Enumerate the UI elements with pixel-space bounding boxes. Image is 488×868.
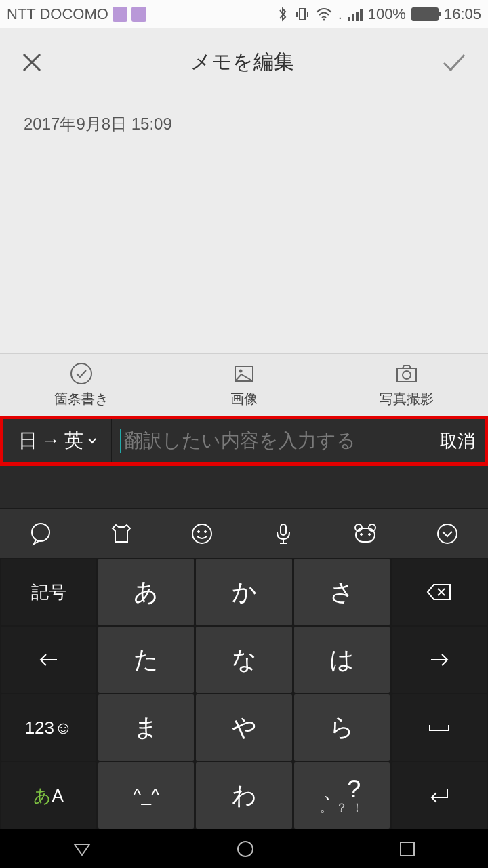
close-icon[interactable] bbox=[20, 51, 43, 74]
key-ka[interactable]: か bbox=[196, 559, 291, 625]
svg-point-18 bbox=[238, 842, 253, 856]
chat-icon[interactable] bbox=[28, 521, 53, 546]
key-mode[interactable]: あA bbox=[1, 762, 96, 829]
key-ta[interactable]: た bbox=[98, 627, 194, 693]
signal-dot: . bbox=[338, 7, 342, 22]
translate-placeholder: 翻訳したい内容を入力する bbox=[124, 428, 356, 454]
svg-point-10 bbox=[205, 530, 207, 532]
bear-icon[interactable] bbox=[352, 521, 379, 546]
svg-rect-14 bbox=[356, 528, 375, 542]
carrier-label: NTT DOCOMO bbox=[7, 5, 108, 23]
svg-point-16 bbox=[368, 533, 370, 535]
keyboard: 記号 あ か さ た な は 123☺ ま や ら あA ^_^ わ 、? 。 … bbox=[0, 558, 488, 829]
battery-pct: 100% bbox=[368, 5, 406, 23]
key-123[interactable]: 123☺ bbox=[1, 694, 96, 761]
svg-point-7 bbox=[32, 524, 49, 541]
cancel-button[interactable]: 取消 bbox=[430, 429, 485, 453]
key-left[interactable] bbox=[1, 627, 96, 693]
clock: 16:05 bbox=[444, 5, 481, 23]
nav-home-icon[interactable] bbox=[235, 839, 256, 859]
toolbar-bullets[interactable]: 箇条書き bbox=[0, 354, 163, 416]
svg-rect-19 bbox=[401, 842, 414, 856]
key-backspace[interactable] bbox=[392, 559, 487, 625]
toolbar-image[interactable]: 画像 bbox=[163, 354, 325, 416]
key-punct[interactable]: 、? 。 ？ ！ bbox=[294, 762, 390, 829]
sim-icon bbox=[113, 7, 127, 22]
svg-point-15 bbox=[360, 533, 362, 535]
key-ya[interactable]: や bbox=[196, 694, 291, 761]
key-space[interactable] bbox=[392, 694, 487, 761]
smiley-icon[interactable] bbox=[190, 521, 214, 546]
key-wa[interactable]: わ bbox=[196, 762, 291, 829]
page-title: メモを編集 bbox=[43, 48, 441, 76]
suggestion-strip bbox=[0, 466, 488, 508]
key-right[interactable] bbox=[392, 627, 487, 693]
wifi-icon bbox=[315, 7, 333, 22]
android-nav-bar bbox=[0, 829, 488, 868]
signal-icon bbox=[348, 7, 363, 21]
toolbar-camera[interactable]: 写真撮影 bbox=[325, 354, 488, 416]
key-symbols[interactable]: 記号 bbox=[1, 559, 96, 625]
key-kaomoji[interactable]: ^_^ bbox=[98, 762, 194, 829]
svg-point-4 bbox=[239, 370, 243, 373]
mic-icon[interactable] bbox=[271, 521, 296, 546]
svg-point-1 bbox=[323, 19, 325, 21]
memo-editor[interactable]: 2017年9月8日 15:09 bbox=[0, 96, 488, 353]
svg-point-17 bbox=[438, 524, 457, 543]
key-ra[interactable]: ら bbox=[294, 694, 390, 761]
collapse-icon[interactable] bbox=[435, 521, 460, 546]
chevron-down-icon bbox=[87, 437, 97, 444]
key-na[interactable]: な bbox=[196, 627, 291, 693]
toolbar-label: 画像 bbox=[230, 390, 258, 408]
tshirt-icon[interactable] bbox=[109, 521, 134, 546]
translate-input[interactable]: 翻訳したい内容を入力する bbox=[112, 419, 430, 462]
lang-from: 日 bbox=[18, 428, 37, 454]
arrow-icon: → bbox=[41, 430, 60, 452]
nav-back-icon[interactable] bbox=[72, 839, 92, 859]
svg-rect-0 bbox=[300, 9, 305, 20]
toolbar-label: 箇条書き bbox=[54, 390, 108, 408]
image-icon bbox=[232, 361, 256, 386]
key-a[interactable]: あ bbox=[98, 559, 194, 625]
check-circle-icon bbox=[69, 361, 94, 386]
translate-bar: 日 → 英 翻訳したい内容を入力する 取消 bbox=[0, 416, 488, 466]
key-ma[interactable]: ま bbox=[98, 694, 194, 761]
language-selector[interactable]: 日 → 英 bbox=[3, 419, 112, 462]
vibrate-icon bbox=[295, 7, 310, 22]
keyboard-icon-row bbox=[0, 508, 488, 558]
toolbar-label: 写真撮影 bbox=[380, 390, 434, 408]
svg-point-9 bbox=[198, 530, 200, 532]
key-enter[interactable] bbox=[392, 762, 487, 829]
svg-point-6 bbox=[403, 371, 411, 379]
status-bar: NTT DOCOMO . 100% 16:05 bbox=[0, 0, 488, 28]
key-sa[interactable]: さ bbox=[294, 559, 390, 625]
memo-toolbar: 箇条書き 画像 写真撮影 bbox=[0, 353, 488, 416]
svg-point-2 bbox=[71, 363, 92, 384]
key-ha[interactable]: は bbox=[294, 627, 390, 693]
app-header: メモを編集 bbox=[0, 28, 488, 96]
nav-recent-icon[interactable] bbox=[399, 840, 416, 858]
memo-timestamp: 2017年9月8日 15:09 bbox=[24, 113, 464, 135]
app-icon bbox=[131, 7, 146, 22]
camera-icon bbox=[394, 361, 419, 386]
lang-to: 英 bbox=[64, 428, 83, 454]
battery-icon bbox=[411, 7, 439, 21]
svg-point-8 bbox=[192, 524, 211, 543]
svg-rect-11 bbox=[281, 524, 286, 535]
bluetooth-icon bbox=[276, 6, 289, 22]
confirm-icon[interactable] bbox=[441, 51, 468, 74]
